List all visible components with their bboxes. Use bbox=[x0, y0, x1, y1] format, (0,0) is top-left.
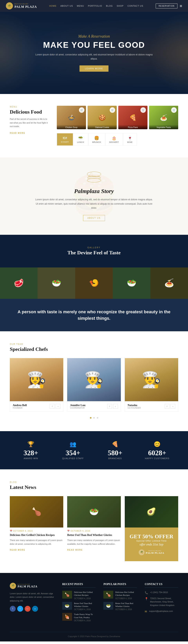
footer-popular-post-0: 🍗 Delicious Hot Grilled Chicken Recipes … bbox=[104, 591, 137, 600]
learn-more-button[interactable]: LEARN MORE bbox=[80, 66, 109, 72]
footer-googleplus-button[interactable]: G+ bbox=[25, 606, 30, 612]
blog-card-0-read-more[interactable]: READ MORE bbox=[10, 549, 25, 551]
lunch-icon: 🥗 bbox=[78, 136, 83, 140]
chef-2-name: Natasha bbox=[128, 404, 141, 407]
blog-card-1-title: Better Fed Than Red Whether Glories bbox=[67, 533, 121, 537]
cat-lunch[interactable]: 🥗 LUNCH bbox=[73, 133, 88, 146]
customers-label: Happy Customers bbox=[138, 457, 176, 460]
menu-left: MENU Delicious Food Part of the secret o… bbox=[10, 106, 49, 146]
team-dot-2[interactable] bbox=[97, 417, 98, 419]
nav-about[interactable]: ABOUT US bbox=[60, 5, 73, 7]
menu-label: MENU bbox=[10, 106, 49, 108]
hero-subtitle: Make A Reservation bbox=[35, 34, 153, 38]
cat-wine[interactable]: 🍷 WINE bbox=[123, 133, 137, 146]
gallery-item-4[interactable]: 🍝 bbox=[150, 268, 188, 299]
chef-2-facebook-icon[interactable]: f bbox=[165, 404, 170, 409]
team-carousel-dots bbox=[10, 416, 178, 420]
chef-0-facebook-icon[interactable]: f bbox=[50, 404, 54, 409]
footer-popular-post-0-title[interactable]: Delicious Hot Grilled Chicken Recipes bbox=[115, 591, 137, 597]
branches-number: 580+ bbox=[96, 449, 134, 456]
chef-1-role: COORDINATOR bbox=[70, 407, 86, 409]
gallery-item-2[interactable]: 🍤 bbox=[75, 268, 113, 299]
footer-about-col: 🌴 RESTAURANT PALM PLAZA Lorem ipsum dolo… bbox=[10, 583, 54, 624]
nav-menu[interactable]: MENU bbox=[77, 5, 84, 7]
footer-email: ✉ support@palmplaza.com bbox=[145, 610, 178, 613]
chef-2-twitter-icon[interactable]: t bbox=[170, 404, 175, 409]
footer-popular-post-0-image: 🍗 bbox=[104, 591, 113, 598]
footer-recent-post-1: 🥗 Better Fed Than Red Whether Glories OC… bbox=[62, 602, 96, 611]
dinner-icon: 🍽 bbox=[63, 136, 67, 140]
team-dot-1[interactable] bbox=[93, 417, 95, 419]
chef-2-role: CO FOUNDER bbox=[128, 407, 141, 409]
nav-shop[interactable]: SHOP bbox=[117, 5, 124, 7]
food-card-2-cart-icon[interactable]: 🛒 bbox=[140, 107, 146, 113]
grid-icon[interactable]: ⊞ bbox=[180, 4, 182, 8]
chef-1-facebook-icon[interactable]: f bbox=[107, 404, 112, 409]
nav-portfolio[interactable]: PORTFOLIO bbox=[88, 5, 102, 7]
footer-recent-post-2-date: OCTOBER 4, 2016 bbox=[74, 620, 96, 622]
footer-recent-post-2-title[interactable]: Trade Pastry Wrap To Goat Fish, Poultry bbox=[74, 613, 96, 619]
menu-title: Delicious Food bbox=[10, 109, 49, 115]
story-description: Lorem ipsum dolor sit amet, consectetur … bbox=[35, 198, 153, 210]
cat-dessert[interactable]: 🎂 DESSERT bbox=[105, 133, 123, 146]
nav-blog[interactable]: BLOG bbox=[106, 5, 113, 7]
promo-subtitle: Special Offer Limited Time bbox=[136, 540, 167, 542]
customers-number: 6028+ bbox=[138, 449, 176, 456]
chef-1-photo: 👨‍🍳 bbox=[67, 358, 121, 401]
food-card-3: 🍝 🛒 Vegetable Pasta bbox=[149, 106, 178, 129]
footer-twitter-button[interactable]: t bbox=[17, 606, 23, 612]
svg-point-0 bbox=[87, 172, 101, 176]
cat-brunch[interactable]: 🍔 BRUNCH bbox=[88, 133, 105, 146]
menu-read-more-button[interactable]: READ MORE bbox=[10, 132, 25, 134]
chef-1-twitter-icon[interactable]: t bbox=[113, 404, 118, 409]
footer-linkedin-button[interactable]: in bbox=[32, 606, 38, 612]
promo-ends: offer ends 31st Sep bbox=[140, 543, 163, 546]
restaurant-label: RESTAURANT bbox=[14, 3, 37, 5]
location-icon: 📍 bbox=[145, 597, 148, 600]
chef-0-role: FOUNDER bbox=[13, 407, 27, 409]
footer-facebook-button[interactable]: f bbox=[10, 606, 16, 612]
footer-contact-title: CONTACT US bbox=[145, 583, 178, 588]
food-card-0-cart-icon[interactable]: 🛒 bbox=[79, 107, 84, 113]
footer-phone: 📞 +1 (541) 754-3010 bbox=[145, 591, 178, 594]
menu-right: 🍲 🛒 Chicken Soup 🍪 🛒 Oatmeal Cookie 🍕 🛒 … bbox=[57, 106, 178, 146]
footer-recent-post-1-title[interactable]: Better Fed Than Red Whether Glories bbox=[74, 602, 96, 608]
blog-card-0-title: Delicious Hot Grilled Chicken Recipes bbox=[10, 533, 63, 537]
cat-dinner[interactable]: 🍽 DINNER bbox=[57, 133, 73, 146]
team-dot-0[interactable] bbox=[90, 417, 92, 419]
food-cards: 🍲 🛒 Chicken Soup 🍪 🛒 Oatmeal Cookie 🍕 🛒 … bbox=[57, 106, 178, 129]
nav-home[interactable]: HOME bbox=[49, 5, 56, 7]
blog-card-1-read-more[interactable]: READ MORE bbox=[67, 549, 83, 551]
navbar-logo[interactable]: 🌴 RESTAURANT PALM PLAZA bbox=[6, 2, 37, 10]
about-us-button[interactable]: ABOUT US bbox=[83, 215, 105, 221]
blog-card-1: 🥗 📅 OCTOBER 4, 2016 Better Fed Than Red … bbox=[67, 496, 121, 561]
footer-popular-posts-title: POPULAR POSTS bbox=[104, 583, 137, 588]
blog-card-1-desc: There are many variations of passages of… bbox=[67, 538, 121, 546]
gallery-item-0[interactable]: 🥩 bbox=[0, 268, 38, 299]
gallery-item-3[interactable]: 🥗 bbox=[113, 268, 150, 299]
food-card-3-name: Vegetable Pasta bbox=[149, 125, 178, 129]
navbar-right: RESERVATION ⊞ bbox=[156, 4, 182, 8]
food-card-3-cart-icon[interactable]: 🛒 bbox=[171, 107, 177, 113]
promo-content: GET 50% OFFER Special Offer Limited Time… bbox=[125, 528, 178, 561]
footer-logo: 🌴 RESTAURANT PALM PLAZA bbox=[10, 583, 54, 589]
food-card-1-cart-icon[interactable]: 🛒 bbox=[110, 107, 115, 113]
hero-section: Make A Reservation MAKE YOU FEEL GOOD Lo… bbox=[0, 12, 188, 94]
footer-popular-post-1: 🥗 Better Fed Than Red Whether Glories OC… bbox=[104, 602, 137, 611]
chef-0-twitter-icon[interactable]: t bbox=[56, 404, 60, 409]
footer-popular-post-1-title[interactable]: Better Fed Than Red Whether Glories bbox=[115, 602, 137, 608]
reservation-button[interactable]: RESERVATION bbox=[156, 4, 178, 8]
nav-contact[interactable]: CONTACT US bbox=[128, 5, 143, 7]
blog-card-0-image: 🍗 bbox=[10, 496, 63, 528]
nav-links: HOME ABOUT US MENU PORTFOLIO BLOG SHOP C… bbox=[49, 4, 143, 8]
footer-recent-post-0-title[interactable]: Delicious Hot Grilled Chicken Recipes bbox=[74, 591, 96, 597]
gallery-item-1[interactable]: 🥗 bbox=[38, 268, 75, 299]
customers-icon: 😊 bbox=[138, 441, 176, 448]
blog-card-0: 🍗 📅 OCTOBER 4, 2016 Delicious Hot Grille… bbox=[10, 496, 63, 561]
brunch-icon: 🍔 bbox=[94, 136, 99, 140]
phone-icon: 📞 bbox=[145, 591, 148, 594]
story-title: Palmplaza Story bbox=[35, 188, 153, 194]
award-icon: 🏆 bbox=[12, 441, 50, 448]
footer-address: 📍 720/21 Second Street, Manchester, King… bbox=[145, 597, 178, 607]
calendar-icon: 📅 bbox=[67, 530, 70, 532]
